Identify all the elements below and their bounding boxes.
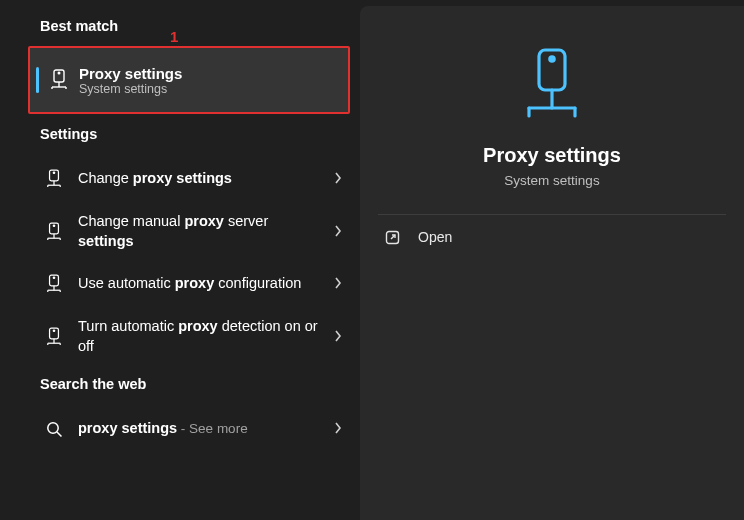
settings-result-0[interactable]: Change proxy settings [0, 154, 360, 204]
svg-point-33 [550, 57, 554, 61]
action-open[interactable]: Open [360, 215, 744, 259]
section-header-web: Search the web [0, 364, 360, 404]
selection-accent [36, 67, 39, 93]
chevron-right-icon [334, 420, 342, 438]
open-external-icon [380, 230, 404, 245]
settings-result-1[interactable]: Change manual proxy server settings [0, 204, 360, 259]
settings-result-label: Change proxy settings [78, 169, 324, 189]
svg-point-13 [53, 225, 54, 226]
settings-result-label: Change manual proxy server settings [78, 212, 324, 251]
chevron-right-icon [334, 223, 342, 241]
settings-result-3[interactable]: Turn automatic proxy detection on or off [0, 309, 360, 364]
search-results-panel: Best match 1 Proxy settings System setti… [0, 0, 360, 520]
settings-result-2[interactable]: Use automatic proxy configuration [0, 259, 360, 309]
section-header-settings: Settings [0, 114, 360, 154]
action-open-label: Open [418, 229, 452, 245]
proxy-icon [47, 69, 71, 91]
settings-result-label: Turn automatic proxy detection on or off [78, 317, 324, 356]
annotation-marker: 1 [170, 28, 178, 45]
proxy-icon [40, 169, 68, 189]
svg-point-25 [53, 330, 54, 331]
proxy-icon [40, 222, 68, 242]
preview-hero: Proxy settings System settings [360, 46, 744, 214]
web-result-0[interactable]: proxy settings - See more [0, 404, 360, 454]
proxy-icon-large [360, 46, 744, 124]
web-result-label: proxy settings - See more [78, 419, 324, 439]
preview-title: Proxy settings [360, 144, 744, 167]
proxy-icon [40, 327, 68, 347]
search-icon [40, 421, 68, 438]
settings-result-label: Use automatic proxy configuration [78, 274, 324, 294]
svg-point-1 [58, 72, 60, 74]
svg-point-19 [53, 277, 54, 278]
proxy-icon [40, 274, 68, 294]
section-header-best-match: Best match [0, 0, 360, 46]
chevron-right-icon [334, 328, 342, 346]
svg-line-31 [57, 432, 62, 437]
best-match-result[interactable]: 1 Proxy settings System settings [28, 46, 350, 114]
best-match-text: Proxy settings System settings [79, 65, 182, 96]
best-match-sub: System settings [79, 82, 182, 96]
svg-point-7 [53, 172, 54, 173]
preview-subtitle: System settings [360, 173, 744, 188]
chevron-right-icon [334, 170, 342, 188]
chevron-right-icon [334, 275, 342, 293]
preview-panel: Proxy settings System settings Open [360, 6, 744, 520]
svg-point-30 [47, 423, 57, 433]
best-match-label: Proxy settings [79, 65, 182, 82]
